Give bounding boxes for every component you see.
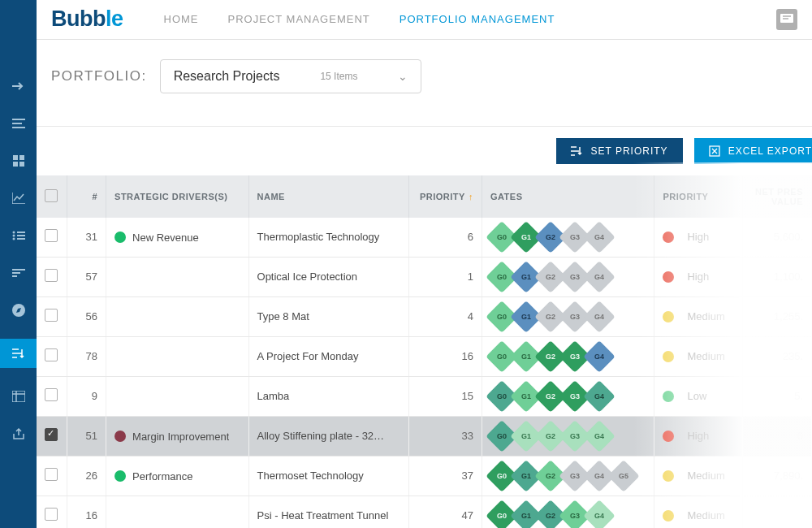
svg-rect-2 [13,162,18,167]
select-all-checkbox[interactable] [45,189,58,202]
row-priority: 16 [409,336,482,376]
excel-export-label: EXCEL EXPORT [728,145,812,157]
driver-dot-icon [114,470,126,482]
gate-badge[interactable]: G4 [583,420,615,452]
table-row[interactable]: 9Lamba15G0G1G2G3G4Low5. [37,376,812,416]
col-number[interactable]: # [67,175,106,218]
sidebar-bullets-icon[interactable] [10,227,28,245]
sort-asc-icon: ↑ [469,192,473,201]
row-driver [106,496,248,528]
chevron-down-icon: ⌄ [398,70,408,83]
sidebar-compass-icon[interactable] [10,301,28,319]
table-row[interactable]: 26PerformanceThermoset Technology37G0G1G… [37,456,812,496]
set-priority-button[interactable]: SET PRIORITY [556,138,682,164]
row-priority: 15 [409,376,482,416]
portfolio-name: Research Projects [174,69,280,84]
gate-badge[interactable]: G4 [583,301,615,333]
gate-badge[interactable]: G5 [607,460,640,492]
row-driver: Margin Improvement [106,416,248,456]
nav-portfolio[interactable]: PORTFOLIO MANAGEMENT [400,13,555,25]
row-checkbox[interactable] [45,269,58,282]
col-gates[interactable]: GATES [482,175,654,218]
sidebar-table-icon[interactable] [10,387,28,405]
sidebar-chart-icon[interactable] [10,189,28,207]
row-npv: 235. [742,336,811,376]
chat-icon[interactable] [776,9,797,30]
row-driver: New Revenue [106,218,248,258]
row-gates: G0G1G2G3G4 [482,376,654,416]
table-row[interactable]: 78A Project For Monday16G0G1G2G3G4Medium… [37,336,812,376]
col-name[interactable]: NAME [248,175,409,218]
gate-badge[interactable]: G4 [583,340,615,373]
excel-icon [709,145,720,157]
row-priority2: Medium [654,496,742,528]
row-driver [106,376,248,416]
row-number: 78 [67,336,106,376]
row-number: 16 [67,496,106,528]
row-checkbox[interactable] [45,309,58,322]
row-name: Alloy Stiffening plate - 32… [248,416,409,456]
priority-dot-icon [663,510,674,522]
nav-home[interactable]: HOME [164,13,199,25]
priority-dot-icon [663,470,674,482]
col-priority2[interactable]: PRIORITY [654,175,742,218]
row-gates: G0G1G2G3G4 [482,257,654,296]
row-name: Type 8 Mat [248,296,409,336]
row-npv: 6 [742,416,811,456]
sidebar-grid-icon[interactable] [10,152,28,170]
sidebar-arrow-icon[interactable] [10,77,28,95]
priority-dot-icon [663,232,674,243]
sidebar-sort-icon[interactable] [10,264,28,282]
row-checkbox[interactable] [45,229,58,242]
nav-project[interactable]: PROJECT MANAGEMENT [228,13,370,25]
row-priority2: High [654,218,742,258]
driver-dot-icon [114,431,126,442]
row-npv: 5,600. [742,218,811,258]
table-row[interactable]: 16Psi - Heat Treatment Tunnel47G0G1G2G3G… [37,496,812,528]
sidebar-export-icon[interactable] [10,425,28,443]
row-priority: 33 [409,416,482,456]
row-priority: 37 [409,456,482,496]
sidebar-lines-icon[interactable] [10,115,28,132]
row-checkbox[interactable] [45,348,58,361]
row-name: Optical Ice Protection [248,257,409,296]
table-row[interactable]: 57Optical Ice Protection1G0G1G2G3G4High1… [37,257,812,296]
svg-rect-0 [13,155,18,160]
col-priority[interactable]: PRIORITY↑ [409,175,482,218]
row-number: 26 [67,456,106,496]
table-row[interactable]: 51Margin ImprovementAlloy Stiffening pla… [37,416,812,456]
col-drivers[interactable]: STRATEGIC DRIVERS(S) [106,175,248,218]
row-priority2: Medium [654,456,742,496]
portfolio-count: 15 Items [320,71,357,82]
svg-rect-3 [19,162,24,167]
gate-badge[interactable]: G4 [583,221,615,253]
row-checkbox[interactable] [45,508,58,521]
gate-badge[interactable]: G4 [583,380,615,413]
row-number: 31 [67,218,106,258]
row-priority2: Medium [654,296,742,336]
svg-point-4 [12,232,15,234]
portfolio-select[interactable]: Research Projects 15 Items ⌄ [160,59,422,93]
row-name: Lamba [248,376,409,416]
gate-badge[interactable]: G4 [583,500,615,528]
excel-export-button[interactable]: EXCEL EXPORT [694,138,812,164]
gate-badge[interactable]: G4 [583,261,615,293]
priority-dot-icon [663,391,674,402]
col-npv[interactable]: NET PRES VALUE [742,175,811,218]
row-number: 56 [67,296,106,336]
svg-rect-8 [12,391,25,402]
row-driver: Performance [106,456,248,496]
driver-dot-icon [114,232,126,243]
row-driver [106,257,248,296]
row-checkbox[interactable] [45,468,58,481]
row-priority2: Medium [654,336,742,376]
portfolio-label: PORTFOLIO: [51,68,147,84]
row-gates: G0G1G2G3G4 [482,218,654,258]
sidebar-priority-icon[interactable] [0,339,37,368]
table-row[interactable]: 31New RevenueThermoplastic Technology6G0… [37,218,812,258]
table-row[interactable]: 56Type 8 Mat4G0G1G2G3G4Medium1,255. [37,296,812,336]
row-checkbox[interactable] [45,428,58,441]
row-priority: 1 [409,257,482,296]
priority-dot-icon [663,351,674,362]
row-checkbox[interactable] [45,388,58,401]
